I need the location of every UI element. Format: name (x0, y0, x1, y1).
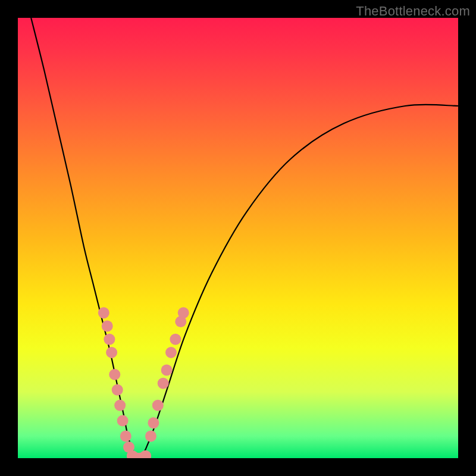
marker-dot (152, 400, 164, 411)
marker-dot (161, 365, 173, 376)
marker-dot (117, 415, 129, 427)
marker-dot (158, 378, 169, 389)
marker-dot (102, 321, 113, 332)
marker-dot (148, 417, 159, 428)
curve-svg (18, 18, 458, 458)
marker-dot (178, 307, 189, 318)
marker-dots (98, 307, 189, 458)
marker-dot (104, 334, 115, 345)
marker-dot (114, 400, 126, 411)
marker-dot (112, 384, 123, 396)
marker-dot (98, 307, 109, 318)
marker-dot (145, 431, 156, 442)
marker-dot (165, 347, 177, 358)
chart-frame: TheBottleneck.com (0, 0, 476, 476)
watermark-text: TheBottleneck.com (356, 4, 470, 19)
marker-dot (109, 369, 120, 380)
bottleneck-curve (31, 18, 458, 458)
marker-dot (170, 334, 181, 345)
marker-dot (140, 450, 151, 458)
marker-dot (120, 431, 131, 442)
marker-dot (106, 347, 117, 358)
plot-area (18, 18, 458, 458)
